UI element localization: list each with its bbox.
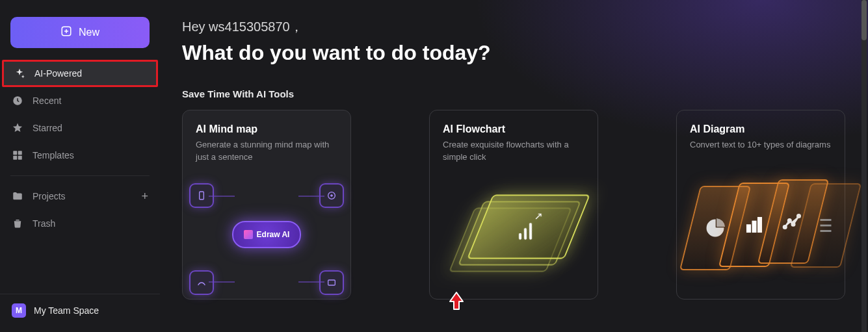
templates-icon	[12, 149, 23, 161]
team-space-label: My Team Space	[34, 305, 99, 316]
card-ai-mindmap[interactable]: AI Mind map Generate a stunning mind map…	[182, 110, 351, 300]
folder-icon	[12, 190, 23, 202]
new-button-label: New	[79, 27, 99, 38]
card-title: AI Diagram	[690, 123, 832, 135]
scrollbar-thumb[interactable]	[861, 0, 867, 40]
sidebar-item-label: Trash	[33, 218, 55, 229]
flowchart-visual: ↗	[443, 170, 585, 299]
card-ai-diagram[interactable]: AI Diagram Convert text to 10+ types of …	[676, 110, 845, 300]
sidebar-nav: AI-Powered Recent Starred Templates Pro	[0, 60, 160, 237]
sidebar-item-label: AI-Powered	[34, 68, 82, 79]
edraw-logo-icon	[244, 230, 253, 239]
scrollbar-track[interactable]	[861, 0, 867, 332]
card-desc: Generate a stunning mind map with just a…	[196, 139, 337, 164]
chart-up-icon: ↗	[512, 214, 538, 240]
svg-rect-4	[13, 151, 17, 155]
team-space-item[interactable]: M My Team Space	[0, 294, 160, 327]
section-title: Save Time With AI Tools	[182, 88, 846, 99]
sidebar-item-label: Starred	[33, 123, 62, 133]
svg-rect-10	[328, 280, 335, 285]
svg-rect-11	[747, 225, 751, 232]
mindmap-visual: Edraw AI	[196, 170, 337, 299]
sidebar-item-label: Recent	[33, 96, 61, 106]
sidebar-item-label: Projects	[33, 191, 66, 201]
svg-point-17	[797, 215, 800, 218]
sidebar-item-label: Templates	[33, 150, 74, 160]
clock-icon	[12, 95, 23, 107]
diagram-visual	[690, 158, 832, 299]
mindmap-node-icon	[319, 270, 344, 295]
main-content: Hey ws415305870， What do you want to do …	[160, 0, 868, 332]
trash-icon	[12, 218, 23, 229]
new-button[interactable]: New	[10, 17, 150, 48]
mindmap-core: Edraw AI	[232, 221, 301, 248]
svg-rect-5	[18, 151, 22, 155]
svg-point-15	[788, 220, 791, 222]
card-desc: Convert text to 10+ types of diagrams	[690, 139, 832, 151]
svg-point-14	[783, 226, 786, 229]
team-badge: M	[12, 303, 26, 318]
sidebar-item-ai-powered[interactable]: AI-Powered	[2, 60, 158, 87]
sidebar-item-trash[interactable]: Trash	[0, 210, 160, 237]
sidebar-item-recent[interactable]: Recent	[0, 87, 160, 114]
sparkle-icon	[14, 68, 25, 79]
svg-rect-6	[13, 156, 17, 160]
add-project-icon[interactable]: +	[141, 190, 148, 203]
svg-rect-12	[752, 222, 756, 233]
mindmap-core-label: Edraw AI	[257, 230, 290, 239]
card-desc: Create exquisite flowcharts with a simpl…	[443, 139, 585, 164]
sidebar: New AI-Powered Recent Starred Templates	[0, 0, 160, 332]
mindmap-node-icon	[189, 270, 214, 295]
svg-rect-8	[200, 192, 204, 199]
svg-rect-7	[18, 156, 22, 160]
card-title: AI Flowchart	[443, 123, 585, 135]
card-title: AI Mind map	[196, 123, 337, 135]
plus-box-icon	[60, 25, 72, 40]
ai-tools-cards: AI Mind map Generate a stunning mind map…	[182, 110, 846, 300]
sidebar-separator	[10, 175, 150, 176]
sidebar-item-templates[interactable]: Templates	[0, 142, 160, 169]
sidebar-item-starred[interactable]: Starred	[0, 114, 160, 142]
headline-text: What do you want to do today?	[182, 41, 846, 65]
sidebar-item-projects[interactable]: Projects +	[0, 183, 160, 210]
red-arrow-annotation-icon	[449, 291, 464, 311]
greeting-text: Hey ws415305870，	[182, 18, 846, 36]
svg-rect-13	[758, 218, 762, 233]
card-ai-flowchart[interactable]: AI Flowchart Create exquisite flowcharts…	[429, 110, 598, 300]
star-icon	[12, 122, 23, 134]
svg-point-16	[792, 223, 795, 226]
